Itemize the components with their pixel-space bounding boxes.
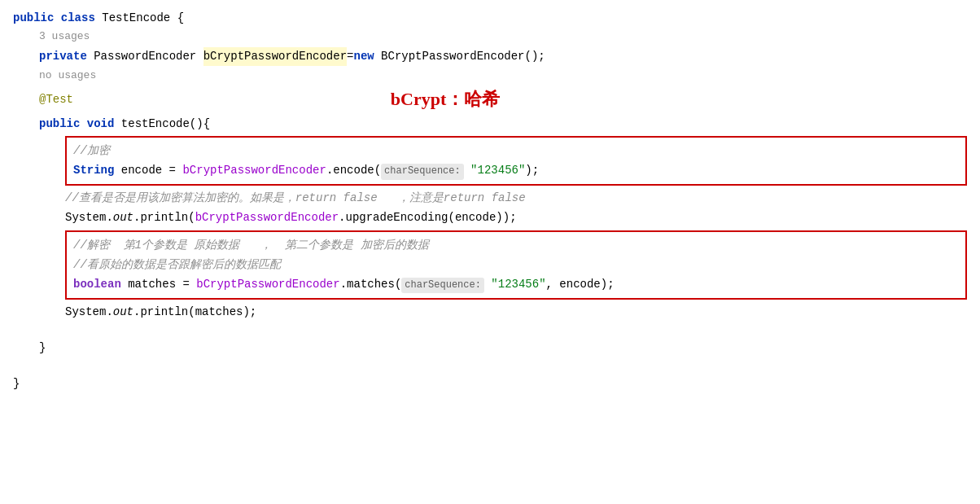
dot-encode: .	[326, 161, 333, 179]
keyword-void: void	[87, 115, 121, 133]
keyword-boolean: boolean	[73, 275, 128, 293]
line-close-method: }	[0, 338, 980, 357]
line-annotation-row: @Test bCrypt：哈希	[0, 85, 980, 113]
red-box-2: //解密 第1个参数是 原始数据 ， 第二个参数是 加密后的数据 //看原始的数…	[65, 230, 967, 300]
line-comment-decrypt: //解密 第1个参数是 原始数据 ， 第二个参数是 加密后的数据	[73, 235, 959, 255]
comment-decrypt: //解密 第1个参数是 原始数据 ， 第二个参数是 加密后的数据	[73, 236, 429, 254]
ref-bcrypt-matches: bCryptPasswordEncoder	[196, 275, 339, 293]
line-field-decl: private PasswordEncoder bCryptPasswordEn…	[0, 46, 980, 66]
out-1: out	[113, 208, 133, 226]
empty-line-1	[0, 322, 980, 338]
comment-encrypt: //加密	[73, 142, 110, 160]
line-method-decl: public void testEncode(){	[0, 114, 980, 134]
keyword-string: String	[73, 161, 121, 179]
line-encode: String encode = bCryptPasswordEncoder.en…	[73, 160, 959, 180]
assign-op: =	[347, 47, 353, 65]
keyword-public2: public	[39, 115, 87, 133]
system-1: System.	[65, 208, 113, 226]
brace-close-method: }	[39, 339, 46, 357]
type-passwordencoder: PasswordEncoder	[94, 47, 203, 65]
println-1: .println(	[133, 208, 195, 226]
var-bcrypt: bCryptPasswordEncoder	[203, 47, 347, 65]
system-2: System.	[65, 303, 113, 321]
line-matches: boolean matches = bCryptPasswordEncoder.…	[73, 274, 959, 294]
param-hint-charseq2: charSequence:	[401, 278, 484, 293]
line-class-decl: public class TestEncode {	[0, 8, 980, 28]
paren-close-encode: );	[525, 161, 539, 179]
dot-matches: .matches(	[340, 275, 402, 293]
keyword-private: private	[39, 47, 94, 65]
matches-args-close: , encode);	[546, 275, 615, 293]
ref-bcrypt-encode: bCryptPasswordEncoder	[182, 161, 326, 179]
println-2-text: .println(matches);	[133, 303, 256, 321]
keyword-public: public	[13, 9, 61, 27]
var-matches: matches =	[128, 275, 196, 293]
usages-label-1: 3 usages	[39, 28, 90, 46]
red-box-1: //加密 String encode = bCryptPasswordEncod…	[65, 136, 967, 186]
comment-check: //查看是否是用该加密算法加密的。如果是，return false ，注意是re…	[65, 189, 526, 207]
code-editor: public class TestEncode { 3 usages priva…	[0, 0, 980, 504]
class-bcrypt: BCryptPasswordEncoder();	[381, 47, 545, 65]
empty-line-2	[0, 357, 980, 374]
method-encode: encode(	[333, 161, 381, 179]
usages-label-2: no usages	[39, 68, 96, 85]
string-123456-1: "123456"	[464, 161, 526, 179]
dot-upgrade: .upgradeEncoding(encode));	[339, 208, 516, 226]
comment-match: //看原始的数据是否跟解密后的数据匹配	[73, 256, 281, 274]
line-usages-2: no usages	[0, 67, 980, 85]
keyword-new: new	[353, 47, 381, 65]
brace-close-class: }	[13, 375, 20, 392]
keyword-class: class	[61, 9, 102, 27]
line-println-1: System.out.println(bCryptPasswordEncoder…	[0, 208, 980, 227]
out-2: out	[113, 303, 133, 321]
line-usages-1: 3 usages	[0, 28, 980, 46]
line-comment-match: //看原始的数据是否跟解密后的数据匹配	[73, 255, 959, 274]
ref-bcrypt-upgrade: bCryptPasswordEncoder	[195, 208, 339, 226]
line-comment-encrypt: //加密	[73, 141, 959, 160]
string-123456-2: "123456"	[484, 275, 546, 293]
param-hint-charseq: charSequence:	[381, 164, 464, 179]
class-name: TestEncode {	[102, 9, 184, 27]
line-close-class: }	[0, 374, 980, 393]
line-comment-check: //查看是否是用该加密算法加密的。如果是，return false ，注意是re…	[0, 188, 980, 208]
line-println-2: System.out.println(matches);	[0, 302, 980, 322]
var-encode: encode =	[121, 161, 183, 179]
bcrypt-title: bCrypt：哈希	[73, 85, 817, 113]
annotation-test: @Test	[39, 90, 73, 108]
method-name: testEncode(){	[121, 115, 210, 133]
